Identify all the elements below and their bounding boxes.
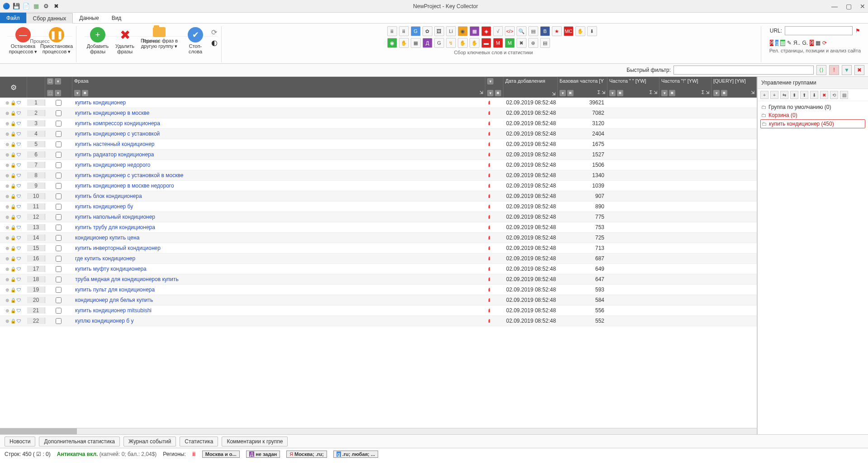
tab-file[interactable]: Файл [0,13,26,23]
tool-icon[interactable]: МС [564,26,574,36]
cell-phrase[interactable]: купить блок кондиционера [72,193,485,199]
row-checkbox[interactable] [45,214,72,220]
row-checkbox[interactable] [45,277,72,282]
quick-filter-input[interactable] [674,66,814,75]
cell-phrase[interactable]: купить кондиционер с установкой в москве [72,172,485,178]
table-row[interactable]: ⊕ 🔒 🛡8купить кондиционер с установкой в … [0,170,757,181]
group-add2-icon[interactable]: + [770,91,778,99]
status-region-google[interactable]: g.ru; любая; ... [333,451,378,458]
table-row[interactable]: ⊕ 🔒 🛡21купить кондиционер mitsubishiılıl… [0,305,757,316]
row-checkbox[interactable] [45,256,72,262]
tool-icon[interactable]: ✋ [458,38,468,48]
table-row[interactable]: ⊕ 🔒 🛡18труба медная для кондиционеров ку… [0,274,757,285]
col-base-freq[interactable]: Базовая частота [Y ▾✖Σ ⇲ [558,77,607,98]
group-node[interactable]: 🗀Корзина (0) [760,111,865,119]
col-freq-exact[interactable]: Частота "!" [YW] ▾✖Σ ⇲ [659,77,711,98]
cell-phrase[interactable]: купить напольный кондиционер [72,214,485,220]
group-tool-icon[interactable]: ⟲ [830,91,838,99]
row-checkbox[interactable] [45,308,72,314]
cell-phrase[interactable]: куплю кондиционер б у [72,318,485,324]
table-row[interactable]: ⊕ 🔒 🛡1купить кондиционерılıl02.09.2019 0… [0,98,757,108]
group-node[interactable]: 🗀Группа по умолчанию (0) [760,103,865,111]
tool-icon[interactable]: М [493,38,503,48]
tool-icon[interactable]: √ [493,26,503,36]
cell-phrase[interactable]: купить кондиционер mitsubishi [72,307,485,314]
table-row[interactable]: ⊕ 🔒 🛡16где купить кондиционерılıl02.09.2… [0,254,757,264]
row-checkbox[interactable] [45,173,72,178]
cell-phrase[interactable]: купить кондиционер с установкой [72,131,485,137]
tool-icon[interactable]: </> [505,26,515,36]
table-row[interactable]: ⊕ 🔒 🛡5купить настенный кондиционерılıl02… [0,139,757,150]
tool-icon[interactable]: 🔍 [517,26,526,36]
table-row[interactable]: ⊕ 🔒 🛡14кондиционер купить ценаılıl02.09.… [0,233,757,243]
cell-phrase[interactable]: труба медная для кондиционеров купить [72,276,485,282]
refresh-icon[interactable]: ⟳ [211,28,218,37]
group-add-icon[interactable]: + [760,91,768,99]
row-checkbox[interactable] [45,131,72,137]
col-checkbox[interactable]: ☐▾ ⬚▾ [45,77,72,98]
tool-icon[interactable]: ⬇ [587,26,597,36]
bottom-tab[interactable]: Дополнительная статистика [39,437,120,446]
table-row[interactable]: ⊕ 🔒 🛡20кондиционер для белья купитьılıl0… [0,295,757,305]
tool-icon[interactable]: ⅲ [387,26,397,36]
filter-apply-icon[interactable]: ⟨⟩ [816,65,826,75]
row-checkbox[interactable] [45,183,72,189]
row-checkbox[interactable] [45,245,72,251]
flag-icon[interactable]: ⚑ [855,28,860,34]
status-region-ya[interactable]: ЯМосква; .ru; [286,451,327,458]
col-stat[interactable]: ▾ ▾✖ [485,77,503,98]
open-file-icon[interactable]: 📄 [23,3,30,10]
site-tool-icon[interactable]: Я [810,40,814,46]
cell-phrase[interactable]: купить настенный кондиционер [72,141,485,147]
horizontal-scrollbar[interactable] [0,428,757,434]
cell-phrase[interactable]: купить компрессор кондиционера [72,120,485,127]
cell-phrase[interactable]: купить кондиционер бу [72,203,485,210]
filter-warn-icon[interactable]: ! [829,65,839,75]
tool-icon[interactable]: ▦ [470,26,479,36]
cell-phrase[interactable]: кондиционер для белья купить [72,297,485,303]
bottom-tab[interactable]: Статистика [180,437,218,446]
tool-icon[interactable]: ✖ [517,38,526,48]
group-tool-icon[interactable]: ⬇ [810,91,818,99]
row-checkbox[interactable] [45,297,72,303]
bottom-tab[interactable]: Новости [5,437,35,446]
tool-icon[interactable]: ✋ [470,38,479,48]
tool-icon[interactable]: G [434,38,444,48]
table-row[interactable]: ⊕ 🔒 🛡6купить радиатор кондиционераılıl02… [0,150,757,160]
delete-phrases-button[interactable]: ✖ Удалить фразы [113,26,137,55]
tool-icon[interactable]: ✋ [399,38,409,48]
tool-icon[interactable]: В [540,26,550,36]
cell-phrase[interactable]: купить кондиционер в москве [72,110,485,116]
tool-icon[interactable]: ▤ [528,26,538,36]
tool-icon[interactable]: ⊕ [528,38,538,48]
tool-icon[interactable]: ▬ [481,38,491,48]
tool-icon[interactable]: ◉ [458,26,468,36]
cell-phrase[interactable]: купить трубу для кондиционера [72,224,485,230]
row-checkbox[interactable] [45,318,72,324]
row-checkbox[interactable] [45,287,72,293]
tool-icon[interactable]: ✿ [422,26,432,36]
row-checkbox[interactable] [45,152,72,158]
add-phrases-button[interactable]: + Добавить фразы [85,26,111,55]
row-checkbox[interactable] [45,235,72,241]
group-tool-icon[interactable]: ⇆ [780,91,788,99]
tool-icon[interactable]: ★ [552,26,562,36]
sheet-icon[interactable]: ▦ [33,3,40,10]
cell-phrase[interactable]: купить кондиционер в москве недорого [72,183,485,189]
col-freq-quote[interactable]: Частота " " [YW] ▾✖Σ ⇲ [607,77,659,98]
bottom-tab[interactable]: Комментарии к группе [222,437,288,446]
stopwords-button[interactable]: ✔ Стоп-слова [181,26,209,55]
cell-phrase[interactable]: купить радиатор кондиционера [72,151,485,158]
table-row[interactable]: ⊕ 🔒 🛡19купить пульт для кондиционераılıl… [0,285,757,295]
filter-clear-icon[interactable]: ✖ [854,65,864,75]
cell-phrase[interactable]: купить инверторный кондиционер [72,245,485,251]
site-tool-icon[interactable]: ✎ [787,40,792,46]
col-date[interactable]: Дата добавления ⇲ [503,77,558,98]
close-icon[interactable]: ✕ [860,3,865,10]
site-tool-icon[interactable]: ▦ [816,40,821,46]
row-checkbox[interactable] [45,121,72,127]
col-phrase[interactable]: Фраза ▾✖⇲ [72,77,485,98]
table-row[interactable]: ⊕ 🔒 🛡12купить напольный кондиционерılıl0… [0,212,757,222]
table-row[interactable]: ⊕ 🔒 🛡17купить муфту кондиционераılıl02.0… [0,264,757,274]
minimize-icon[interactable]: — [831,3,838,10]
